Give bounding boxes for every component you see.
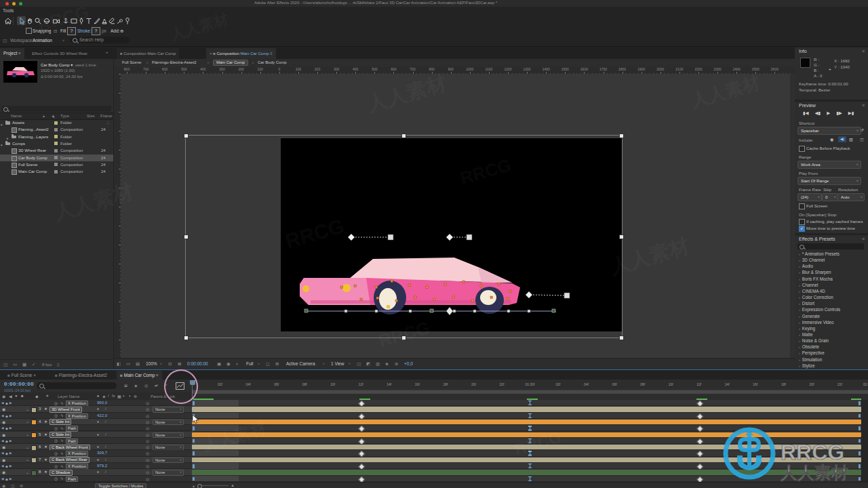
col-size[interactable]: Size <box>87 114 95 118</box>
quality-switch-icon[interactable]: / <box>105 420 106 424</box>
zoom-out-icon[interactable]: ▴ <box>193 483 195 488</box>
close-tab-icon[interactable]: × <box>210 52 212 56</box>
effects-category-simulation[interactable]: ›Simulation <box>799 357 822 362</box>
quality-switch-icon[interactable]: / <box>105 445 106 449</box>
trash-icon[interactable]: ▯ <box>57 362 60 367</box>
layer-row-4[interactable]: ◉⌄4★C Side Int♠/◎None˅ <box>0 419 192 425</box>
collapse-switch-icon[interactable]: ♠ <box>97 407 99 411</box>
prev-keyframe-icon[interactable]: ◀ <box>1 426 3 430</box>
expand-layer-icon[interactable]: ⌄ <box>26 407 29 411</box>
project-item-comps[interactable]: ▾CompsFolder <box>0 140 113 147</box>
frame-rate-select[interactable]: (24)˅ <box>797 193 822 201</box>
magnification-chevron-icon[interactable]: ˅ <box>160 362 162 366</box>
breadcrumb-car-body-comp[interactable]: Car Body Comp <box>258 60 287 64</box>
property-value[interactable]: 309,7 <box>97 451 107 455</box>
parent-link-select[interactable]: None˅ <box>153 407 184 413</box>
add-keyframe-icon[interactable]: ◆ <box>5 477 8 481</box>
layer-duration-bar[interactable] <box>192 407 861 411</box>
play-from-select[interactable]: Start Of Range˅ <box>797 177 861 185</box>
close-window-icon[interactable] <box>5 2 9 5</box>
property-row[interactable]: ◀◆▶◷∿X Position960,0◎ <box>0 400 192 406</box>
info-menu-icon[interactable]: ≡ <box>862 49 865 54</box>
comp-flowchart-icon[interactable]: ◈ <box>385 361 389 367</box>
show-snapshot-icon[interactable]: ◉ <box>226 361 231 367</box>
pickwhip-icon[interactable]: ◎ <box>146 426 149 430</box>
keyframe-start[interactable] <box>193 426 195 430</box>
current-time-display[interactable]: 0:00:00:00 <box>187 361 208 366</box>
property-name[interactable]: X Position <box>66 464 88 470</box>
eye-icon[interactable]: ◉ <box>2 407 5 411</box>
composition-mini-flowchart-icon[interactable]: ⊞ <box>124 383 127 388</box>
sort-icon[interactable]: ▲ <box>42 114 45 118</box>
layer-selection-box[interactable] <box>185 135 623 338</box>
effects-category--animation-presets[interactable]: ›* Animation Presets <box>799 251 840 256</box>
project-search-field[interactable] <box>1 106 111 112</box>
next-keyframe-icon[interactable]: ▶ <box>9 464 12 468</box>
viewer-canvas[interactable] <box>121 74 795 358</box>
layer-row-7[interactable]: ◉⌄7★C Back Wheel Rear♠/◎None˅ <box>0 457 192 463</box>
expand-layer-icon[interactable]: ⌄ <box>26 432 29 436</box>
reset-icon[interactable]: ↺ <box>861 127 864 132</box>
col-frames[interactable]: Frame <box>100 114 112 118</box>
quality-switch-icon[interactable]: / <box>105 458 106 462</box>
stopwatch-icon[interactable]: ◷ <box>54 426 58 430</box>
keyframe-end[interactable] <box>859 414 861 418</box>
magnification-value[interactable]: 100% <box>146 361 157 366</box>
effects-category-noise-grain[interactable]: ›Noise & Grain <box>799 338 829 343</box>
timeline-tab-full-scene[interactable]: ■ Full Scene × <box>4 371 39 380</box>
label-swatch[interactable] <box>31 470 37 476</box>
include-overlays-icon[interactable]: ▥ <box>849 137 853 142</box>
effects-category-matte[interactable]: ›Matte <box>799 332 813 337</box>
property-row[interactable]: ◀◆▶◷∿Path◎ <box>0 476 192 482</box>
snapshot-icon[interactable]: ▣ <box>217 361 221 367</box>
collapse-switch-icon[interactable]: ♠ <box>97 458 99 462</box>
camera-view-value[interactable]: Active Camera <box>286 361 315 366</box>
keyframe-end[interactable] <box>859 451 861 455</box>
prev-keyframe-icon[interactable]: ◀ <box>1 464 3 468</box>
stroke-label[interactable]: Stroke: <box>77 28 92 33</box>
play-icon[interactable]: ▶ <box>827 110 830 117</box>
effects-category-cinema-4d[interactable]: ›CINEMA 4D <box>799 289 825 293</box>
keyframe-end[interactable] <box>859 464 861 468</box>
pickwhip-icon[interactable]: ◎ <box>146 464 149 468</box>
pickwhip-icon[interactable]: ◎ <box>146 432 149 437</box>
home-tool-icon[interactable] <box>3 16 12 25</box>
col-type[interactable]: Type <box>60 114 69 118</box>
keyframe-selected[interactable] <box>528 401 532 405</box>
main-display-icon[interactable]: ▭ <box>126 361 130 367</box>
fill-swatch[interactable]: ? <box>67 27 76 35</box>
previous-frame-icon[interactable]: ◀▮ <box>815 110 821 117</box>
effects-category-color-correction[interactable]: ›Color Correction <box>799 295 833 300</box>
property-row[interactable]: ◀◆▶◷∿X Position979,2◎ <box>0 463 192 469</box>
tab-composition-active[interactable]: × ■ Composition Main Car Comp ≡ <box>206 48 276 59</box>
col-name[interactable]: Name <box>11 114 22 118</box>
project-item-flaming-asset2[interactable]: Flaming...Asset2Composition24 <box>0 126 113 133</box>
breadcrumb-flamingo[interactable]: Flamingo-Electra-Asset2 <box>152 60 197 64</box>
effects-category-boris-fx-mocha[interactable]: ›Boris FX Mocha <box>799 277 833 281</box>
range-select[interactable]: Work Area˅ <box>797 161 861 169</box>
keyframe-end[interactable] <box>859 477 861 481</box>
property-name[interactable]: Path <box>66 476 78 483</box>
prev-keyframe-icon[interactable]: ◀ <box>1 401 3 405</box>
pickwhip-icon[interactable]: ◎ <box>146 407 149 411</box>
label-column-icon[interactable]: ◥ <box>52 115 54 119</box>
layer-name[interactable]: C Back Wheel Front <box>50 445 90 451</box>
layer-name[interactable]: C Side Int <box>50 419 71 425</box>
roi-icon[interactable]: ◻ <box>266 361 269 367</box>
prev-keyframe-icon[interactable]: ◀ <box>1 414 3 418</box>
keyframe-selected[interactable] <box>528 426 532 430</box>
project-item-assets[interactable]: ▾AssetsFolder∴ <box>0 119 113 126</box>
label-swatch[interactable] <box>31 458 37 463</box>
add-label[interactable]: Add: <box>111 28 119 33</box>
last-frame-icon[interactable]: ▶▮ <box>848 110 854 117</box>
interpret-footage-icon[interactable]: ◫ <box>3 362 7 367</box>
cache-before-playback-checkbox[interactable] <box>799 146 805 152</box>
quality-switch-icon[interactable]: / <box>105 432 106 436</box>
add-icon[interactable]: ⊕ <box>120 28 123 34</box>
exposure-reset-icon[interactable]: ⊛ <box>395 361 398 367</box>
layer-controls-icon[interactable]: ◫ <box>860 137 864 142</box>
pickwhip-icon[interactable]: ◎ <box>146 420 149 424</box>
eye-icon[interactable]: ◉ <box>2 432 5 437</box>
channels-icon[interactable]: ◐ <box>236 361 239 366</box>
zoom-slider-knob[interactable] <box>197 484 202 488</box>
